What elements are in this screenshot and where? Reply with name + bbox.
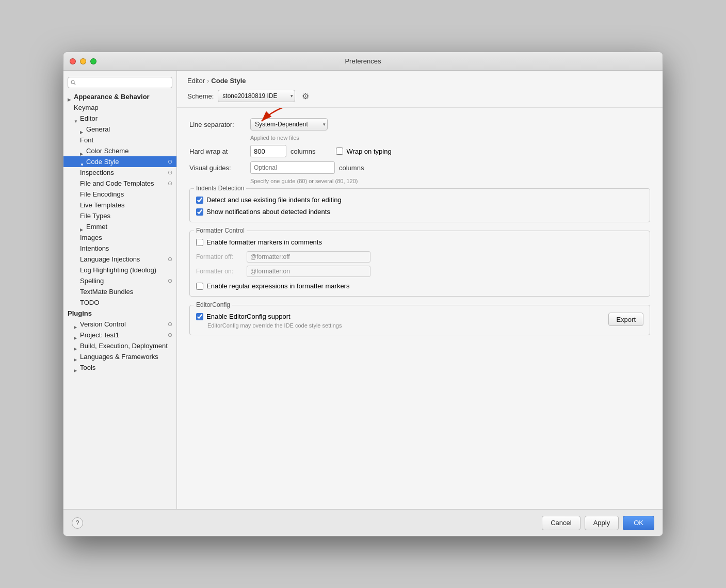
sidebar-item-file-code-templates[interactable]: File and Code Templates ⊙ bbox=[63, 178, 176, 189]
visual-guides-hint: Specify one guide (80) or several (80, 1… bbox=[189, 178, 650, 184]
triangle-right-icon bbox=[68, 95, 72, 99]
sidebar-item-file-encodings[interactable]: File Encodings bbox=[63, 189, 176, 200]
enable-editorconfig-checkbox[interactable] bbox=[196, 313, 203, 320]
editor-config-section: EditorConfig Enable EditorConfig support… bbox=[189, 305, 650, 335]
bottom-bar: ? Cancel Apply OK bbox=[63, 509, 663, 536]
sidebar-item-languages-frameworks[interactable]: Languages & Frameworks bbox=[63, 351, 176, 362]
sidebar-item-editor[interactable]: Editor bbox=[63, 113, 176, 124]
editor-config-title: EditorConfig bbox=[194, 301, 232, 308]
triangle-right-icon bbox=[80, 127, 84, 132]
visual-guides-row: Visual guides: columns bbox=[189, 161, 650, 174]
sidebar-item-color-scheme[interactable]: Color Scheme bbox=[63, 145, 176, 156]
main-header: Editor › Code Style Scheme: stone2018081… bbox=[177, 71, 663, 108]
sidebar-item-code-style[interactable]: Code Style ⊙ bbox=[63, 156, 176, 167]
triangle-right-icon bbox=[80, 225, 84, 229]
formatter-control-section: Formatter Control Enable formatter marke… bbox=[189, 231, 650, 297]
formatter-control-title: Formatter Control bbox=[194, 227, 247, 234]
scheme-select-wrapper: stone20180819 IDE ▾ bbox=[218, 90, 295, 102]
enable-formatter-markers-row: Enable formatter markers in comments bbox=[196, 238, 643, 246]
editor-config-row: Enable EditorConfig support EditorConfig… bbox=[196, 313, 643, 329]
copy-icon: ⊙ bbox=[168, 332, 172, 338]
export-button[interactable]: Export bbox=[608, 313, 643, 326]
sidebar-item-version-control[interactable]: Version Control ⊙ bbox=[63, 319, 176, 330]
content-area: Appearance & Behavior Keymap Editor Gene… bbox=[63, 71, 663, 509]
maximize-button[interactable] bbox=[90, 58, 96, 64]
triangle-right-icon bbox=[74, 322, 78, 326]
formatter-off-input[interactable] bbox=[247, 251, 370, 263]
triangle-down-icon bbox=[74, 117, 78, 121]
sidebar-item-general[interactable]: General bbox=[63, 124, 176, 135]
line-separator-select[interactable]: System-Dependent Unix (\n) Windows (\r\n… bbox=[250, 118, 328, 130]
show-notifications-checkbox[interactable] bbox=[196, 208, 203, 216]
formatter-off-row: Formatter off: bbox=[196, 251, 643, 263]
sidebar-item-spelling[interactable]: Spelling ⊙ bbox=[63, 275, 176, 286]
hard-wrap-input[interactable] bbox=[250, 145, 286, 157]
sidebar-item-live-templates[interactable]: Live Templates bbox=[63, 200, 176, 210]
minimize-button[interactable] bbox=[80, 58, 86, 64]
main-content: Line separator: System-Dependent Unix (\… bbox=[177, 108, 663, 509]
sidebar-item-inspections[interactable]: Inspections ⊙ bbox=[63, 167, 176, 178]
copy-icon: ⊙ bbox=[168, 256, 172, 263]
editor-config-left: Enable EditorConfig support EditorConfig… bbox=[196, 313, 600, 329]
formatter-on-input[interactable] bbox=[247, 266, 370, 277]
sidebar-item-images[interactable]: Images bbox=[63, 232, 176, 243]
enable-editorconfig-row: Enable EditorConfig support bbox=[196, 313, 600, 320]
copy-icon: ⊙ bbox=[168, 169, 172, 176]
sidebar-item-file-types[interactable]: File Types bbox=[63, 210, 176, 221]
triangle-right-icon bbox=[74, 355, 78, 359]
breadcrumb: Editor › Code Style bbox=[187, 77, 652, 85]
indents-detection-section: Indents Detection Detect and use existin… bbox=[189, 188, 650, 222]
visual-guides-input[interactable] bbox=[250, 161, 335, 174]
window-controls bbox=[70, 58, 96, 64]
enable-regex-row: Enable regular expressions in formatter … bbox=[196, 282, 643, 290]
editor-config-note: EditorConfig may override the IDE code s… bbox=[196, 322, 600, 329]
formatter-on-row: Formatter on: bbox=[196, 266, 643, 277]
wrap-on-typing-row: Wrap on typing bbox=[336, 148, 391, 155]
preferences-window: Preferences Appearance & Behavior Keymap… bbox=[63, 52, 663, 536]
sidebar-item-keymap[interactable]: Keymap bbox=[63, 102, 176, 113]
titlebar: Preferences bbox=[63, 52, 663, 71]
sidebar-item-font[interactable]: Font bbox=[63, 135, 176, 145]
sidebar-item-project-test1[interactable]: Project: test1 ⊙ bbox=[63, 330, 176, 340]
sidebar-item-emmet[interactable]: Emmet bbox=[63, 221, 176, 232]
sidebar-item-log-highlighting[interactable]: Log Highlighting (Ideolog) bbox=[63, 265, 176, 275]
triangle-right-icon bbox=[80, 149, 84, 153]
detect-existing-row: Detect and use existing file indents for… bbox=[196, 196, 643, 204]
close-button[interactable] bbox=[70, 58, 76, 64]
detect-existing-checkbox[interactable] bbox=[196, 197, 203, 204]
triangle-right-icon bbox=[74, 366, 78, 370]
show-notifications-row: Show notifications about detected indent… bbox=[196, 208, 643, 216]
search-bar bbox=[63, 74, 176, 91]
search-input[interactable] bbox=[68, 77, 172, 88]
apply-button[interactable]: Apply bbox=[585, 516, 619, 530]
triangle-right-icon bbox=[74, 344, 78, 348]
sidebar-item-tools[interactable]: Tools bbox=[63, 362, 176, 373]
triangle-right-icon bbox=[74, 333, 78, 337]
scheme-gear-button[interactable]: ⚙ bbox=[299, 90, 312, 102]
bottom-buttons: Cancel Apply OK bbox=[542, 516, 654, 530]
sidebar-item-intentions[interactable]: Intentions bbox=[63, 243, 176, 254]
help-button[interactable]: ? bbox=[72, 517, 83, 529]
sidebar-item-todo[interactable]: TODO bbox=[63, 297, 176, 308]
hard-wrap-row: Hard wrap at columns Wrap on typing bbox=[189, 145, 650, 157]
scheme-select[interactable]: stone20180819 IDE bbox=[218, 90, 295, 102]
copy-icon: ⊙ bbox=[168, 277, 172, 284]
main-panel: Editor › Code Style Scheme: stone2018081… bbox=[177, 71, 663, 509]
sidebar-item-build-exec[interactable]: Build, Execution, Deployment bbox=[63, 340, 176, 351]
wrap-on-typing-checkbox[interactable] bbox=[336, 148, 343, 155]
sidebar-item-textmate-bundles[interactable]: TextMate Bundles bbox=[63, 286, 176, 297]
cancel-button[interactable]: Cancel bbox=[542, 516, 580, 530]
copy-icon: ⊙ bbox=[168, 321, 172, 328]
sidebar-item-language-injections[interactable]: Language Injections ⊙ bbox=[63, 254, 176, 265]
enable-formatter-markers-checkbox[interactable] bbox=[196, 239, 203, 246]
sidebar-item-plugins[interactable]: Plugins bbox=[63, 308, 176, 319]
ok-button[interactable]: OK bbox=[623, 516, 654, 530]
enable-regex-checkbox[interactable] bbox=[196, 283, 203, 290]
sidebar: Appearance & Behavior Keymap Editor Gene… bbox=[63, 71, 177, 509]
scheme-row: Scheme: stone20180819 IDE ▾ ⚙ bbox=[187, 90, 652, 102]
triangle-down-icon bbox=[80, 160, 84, 164]
indents-detection-title: Indents Detection bbox=[194, 185, 246, 192]
sidebar-item-appearance-behavior[interactable]: Appearance & Behavior bbox=[63, 91, 176, 102]
line-separator-hint: Applied to new files bbox=[189, 135, 650, 141]
line-separator-row: Line separator: System-Dependent Unix (\… bbox=[189, 118, 650, 130]
